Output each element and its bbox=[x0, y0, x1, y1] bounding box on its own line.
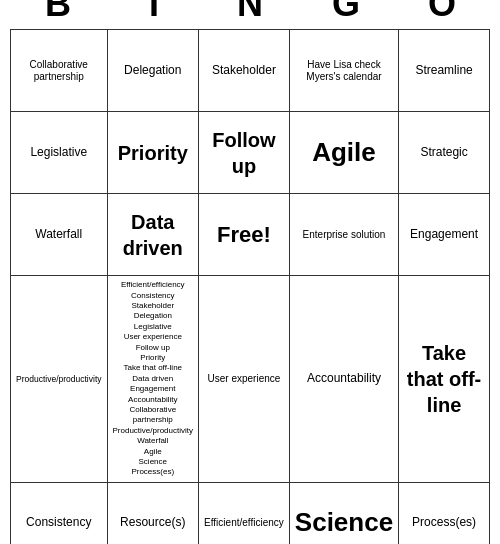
cell-r4c2[interactable]: Efficient/efficiency Consistency Stakeho… bbox=[108, 276, 199, 482]
cell-r3c3-free[interactable]: Free! bbox=[199, 194, 290, 276]
cell-r2c5[interactable]: Strategic bbox=[399, 112, 490, 194]
bingo-header: B I N G O bbox=[10, 0, 490, 29]
header-n: N bbox=[202, 0, 298, 29]
cell-r4c4[interactable]: Accountability bbox=[290, 276, 399, 482]
header-g: G bbox=[298, 0, 394, 29]
header-b: B bbox=[10, 0, 106, 29]
cell-r5c4[interactable]: Science bbox=[290, 483, 399, 544]
cell-r5c3[interactable]: Efficient/efficiency bbox=[199, 483, 290, 544]
cell-r2c2[interactable]: Priority bbox=[108, 112, 199, 194]
cell-r4c3[interactable]: User experience bbox=[199, 276, 290, 482]
cell-r2c1[interactable]: Legislative bbox=[11, 112, 108, 194]
cell-r3c2[interactable]: Data driven bbox=[108, 194, 199, 276]
cell-r2c4[interactable]: Agile bbox=[290, 112, 399, 194]
cell-r5c5[interactable]: Process(es) bbox=[399, 483, 490, 544]
cell-r3c1[interactable]: Waterfall bbox=[11, 194, 108, 276]
cell-r5c2[interactable]: Resource(s) bbox=[108, 483, 199, 544]
cell-r1c1[interactable]: Collaborative partnership bbox=[11, 30, 108, 112]
cell-r1c2[interactable]: Delegation bbox=[108, 30, 199, 112]
header-o: O bbox=[394, 0, 490, 29]
cell-r2c3[interactable]: Follow up bbox=[199, 112, 290, 194]
bingo-card: B I N G O Collaborative partnership Dele… bbox=[10, 0, 490, 544]
cell-r1c4[interactable]: Have Lisa check Myers's calendar bbox=[290, 30, 399, 112]
header-i: I bbox=[106, 0, 202, 29]
cell-r3c5[interactable]: Engagement bbox=[399, 194, 490, 276]
cell-r5c1[interactable]: Consistency bbox=[11, 483, 108, 544]
cell-r1c3[interactable]: Stakeholder bbox=[199, 30, 290, 112]
cell-r4c5[interactable]: Take that off-line bbox=[399, 276, 490, 482]
cell-r3c4[interactable]: Enterprise solution bbox=[290, 194, 399, 276]
cell-r1c5[interactable]: Streamline bbox=[399, 30, 490, 112]
center-cell-text: Efficient/efficiency Consistency Stakeho… bbox=[113, 280, 193, 477]
cell-r4c1[interactable]: Productive/productivity bbox=[11, 276, 108, 482]
bingo-grid: Collaborative partnership Delegation Sta… bbox=[10, 29, 490, 544]
